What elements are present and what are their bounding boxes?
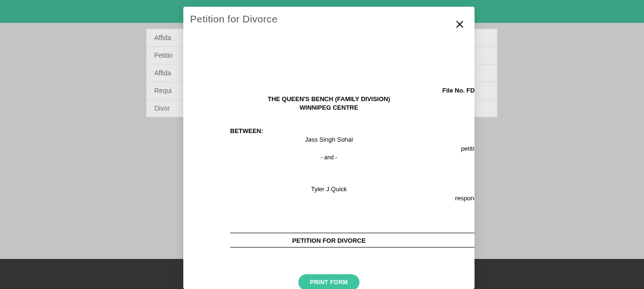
court-header: THE QUEEN'S BENCH (FAMILY DIVISION) WINN…: [183, 95, 475, 112]
modal-title: Petition for Divorce: [190, 13, 462, 25]
close-icon[interactable]: [455, 20, 465, 30]
petition-modal: Petition for Divorce File No. FD18-01- T…: [183, 7, 475, 289]
file-number: File No. FD18-01-: [183, 87, 475, 94]
divider-line: [230, 233, 475, 233]
respondent-name: Tyler J Quick: [183, 186, 475, 193]
court-line1: THE QUEEN'S BENCH (FAMILY DIVISION): [268, 95, 391, 103]
petitioner-label: petitioner,: [183, 145, 475, 152]
document-body: File No. FD18-01- THE QUEEN'S BENCH (FAM…: [183, 87, 475, 289]
divider-line: [230, 247, 475, 248]
and-separator: - and -: [183, 154, 475, 161]
between-label: BETWEEN:: [230, 127, 475, 134]
court-line2: WINNIPEG CENTRE: [300, 104, 359, 111]
print-form-button[interactable]: PRINT FORM: [298, 274, 359, 289]
modal-overlay: Petition for Divorce File No. FD18-01- T…: [0, 0, 644, 289]
respondent-label: respondent.: [183, 195, 475, 202]
petitioner-name: Jass Singh Sohal: [183, 136, 475, 143]
modal-header: Petition for Divorce: [183, 7, 475, 30]
document-title: PETITION FOR DIVORCE: [183, 237, 475, 244]
